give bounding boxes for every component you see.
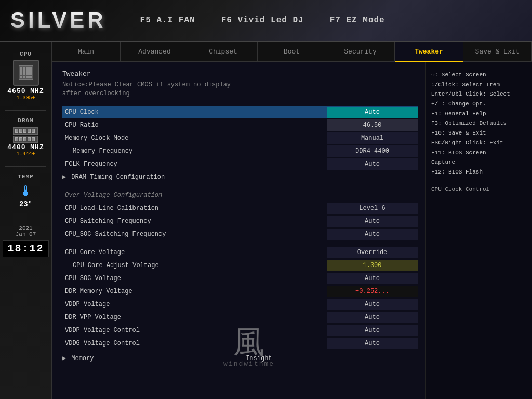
setting-value-ddr-volt: +0.252...: [327, 286, 418, 297]
memory-label: Memory: [69, 355, 243, 362]
setting-name-cpu-core-adj-volt: CPU Core Adjust Voltage: [62, 262, 327, 269]
setting-cpu-clock[interactable]: CPU Clock Auto: [62, 106, 418, 118]
cpu-icon: [13, 60, 39, 86]
page-title: Tweaker: [62, 70, 418, 78]
tab-tweaker[interactable]: Tweaker: [395, 42, 463, 62]
setting-soc-volt[interactable]: CPU_SOC Voltage Auto: [62, 272, 418, 285]
setting-value-vddp-volt: Auto: [327, 299, 418, 310]
help-line-10: F12: BIOS Flash: [431, 167, 527, 177]
section-header-over-voltage: Over Voltage Configuration: [62, 192, 418, 199]
tab-security[interactable]: Security: [326, 42, 395, 62]
setting-value-fclk: Auto: [327, 158, 418, 170]
setting-ddr-vpp[interactable]: DDR VPP Voltage Auto: [62, 311, 418, 324]
tab-advanced[interactable]: Advanced: [121, 42, 189, 62]
watermark: 風 windwithme: [223, 329, 274, 368]
notice-text: Notice:Please Clear CMOS if system no di…: [62, 81, 418, 98]
setting-value-ddr-vpp: Auto: [327, 312, 418, 323]
f6-key[interactable]: F6 Vivid Led DJ: [221, 16, 304, 25]
cpu-freq: 4650 MHZ: [7, 87, 44, 95]
cpu-label: CPU: [20, 51, 32, 57]
setting-name-cpu-ratio: CPU Ratio: [62, 122, 327, 129]
setting-name-soc-switch-freq: CPU_SOC Switching Frequency: [62, 231, 327, 238]
divider-1: [5, 110, 46, 111]
setting-value-vddg-ctrl: Auto: [327, 338, 418, 349]
logo: SILVER: [10, 8, 107, 33]
settings-table: CPU Clock Auto CPU Ratio 46.50 Memory Cl…: [62, 106, 418, 350]
watermark-text: windwithme: [223, 360, 274, 368]
setting-cpu-switch-freq[interactable]: CPU Switching Frequency Auto: [62, 215, 418, 228]
setting-mem-freq[interactable]: Memory Frequency DDR4 4400: [62, 145, 418, 157]
setting-value-cpu-core-adj-volt: 1.300: [327, 260, 418, 271]
date-display: 2021 Jan 07: [16, 225, 36, 237]
temp-value: 23°: [19, 200, 32, 208]
help-line-3: +/-: Change Opt.: [431, 99, 527, 109]
setting-name-ddr-vpp: DDR VPP Voltage: [62, 314, 327, 321]
content-area: Tweaker Notice:Please Clear CMOS if syst…: [52, 62, 532, 399]
setting-name-mem-clock-mode: Memory Clock Mode: [62, 135, 327, 142]
help-line-0: ↔: Select Screen: [431, 70, 527, 80]
dram-label: DRAM: [18, 117, 33, 124]
setting-cpu-ratio[interactable]: CPU Ratio 46.50: [62, 119, 418, 131]
setting-value-cpu-switch-freq: Auto: [327, 216, 418, 227]
setting-name-cpu-llc: CPU Load-Line Calibration: [62, 205, 327, 212]
setting-mem-clock-mode[interactable]: Memory Clock Mode Manual: [62, 132, 418, 144]
setting-name-soc-volt: CPU_SOC Voltage: [62, 275, 327, 282]
f7-key[interactable]: F7 EZ Mode: [330, 16, 385, 25]
tab-chipset[interactable]: Chipset: [189, 42, 258, 62]
help-line-8: F11: BIOS Screen: [431, 148, 527, 158]
cpu-volt: 1.305+: [16, 95, 35, 101]
setting-name-ddr-volt: DDR Memory Voltage: [62, 288, 327, 295]
setting-value-vddp-ctrl: Auto: [327, 325, 418, 336]
setting-name-mem-freq: Memory Frequency: [62, 148, 327, 155]
setting-name-vddp-volt: VDDP Voltage: [62, 301, 327, 308]
setting-name-vddp-ctrl: VDDP Voltage Control: [62, 327, 327, 334]
tab-save-exit[interactable]: Save & Exit: [463, 42, 532, 62]
divider-2: [5, 166, 46, 167]
setting-fclk[interactable]: FCLK Frequency Auto: [62, 158, 418, 170]
header: SILVER F5 A.I FAN F6 Vivid Led DJ F7 EZ …: [0, 0, 532, 42]
right-panel: ↔: Select Screen ↕/Click: Select Item En…: [425, 62, 532, 399]
time-display: 18:12: [3, 240, 48, 257]
spacer-2: [62, 241, 418, 246]
setting-dram-timing[interactable]: ▶ DRAM Timing Configuration: [62, 171, 418, 183]
datetime-section: 2021 Jan 07 18:12: [0, 221, 51, 261]
section-over-voltage: Over Voltage Configuration: [62, 189, 418, 202]
dram-freq: 4400 MHZ: [7, 143, 44, 151]
sidebar: CPU 4650 MHZ 1.305+ DRAM 4400 MHZ 1.444+: [0, 42, 52, 399]
tab-boot[interactable]: Boot: [258, 42, 326, 62]
nav-tabs: Main Advanced Chipset Boot Security Twea…: [52, 42, 532, 62]
setting-value-mem-freq: DDR4 4400: [327, 145, 418, 157]
setting-value-cpu-llc: Level 6: [327, 203, 418, 214]
setting-name-dram-timing: DRAM Timing Configuration: [69, 174, 418, 181]
tab-main[interactable]: Main: [52, 42, 121, 62]
setting-name-fclk: FCLK Frequency: [62, 161, 327, 168]
f5-key[interactable]: F5 A.I FAN: [140, 16, 195, 25]
temp-section: TEMP 🌡 23°: [0, 169, 51, 212]
setting-value-cpu-core-volt: Override: [327, 247, 418, 258]
left-panel: Tweaker Notice:Please Clear CMOS if syst…: [52, 62, 425, 399]
setting-cpu-llc[interactable]: CPU Load-Line Calibration Level 6: [62, 202, 418, 215]
setting-cpu-core-adj-volt[interactable]: CPU Core Adjust Voltage 1.300: [62, 259, 418, 272]
divider-3: [5, 218, 46, 218]
setting-value-cpu-ratio: 46.50: [327, 119, 418, 131]
setting-vddp-volt[interactable]: VDDP Voltage Auto: [62, 298, 418, 311]
setting-name-vddg-ctrl: VDDG Voltage Control: [62, 340, 327, 347]
dram-section: DRAM 4400 MHZ 1.444+: [0, 113, 51, 161]
setting-value-soc-volt: Auto: [327, 273, 418, 284]
setting-soc-switch-freq[interactable]: CPU_SOC Switching Frequency Auto: [62, 228, 418, 241]
help-line-9: Capture: [431, 157, 527, 167]
dram-timing-arrow: ▶: [62, 173, 66, 181]
setting-name-cpu-core-volt: CPU Core Voltage: [62, 249, 327, 256]
memory-insight-arrow: ▶: [62, 354, 66, 362]
watermark-char: 風: [223, 329, 274, 360]
dram-icon: [13, 126, 39, 142]
temp-label: TEMP: [18, 174, 33, 180]
setting-ddr-volt[interactable]: DDR Memory Voltage +0.252...: [62, 285, 418, 298]
setting-name-cpu-switch-freq: CPU Switching Frequency: [62, 218, 327, 225]
setting-value-mem-clock-mode: Manual: [327, 132, 418, 144]
help-line-5: F3: Optimized Defaults: [431, 118, 527, 128]
setting-value-soc-switch-freq: Auto: [327, 229, 418, 240]
main-content: Main Advanced Chipset Boot Security Twea…: [52, 42, 532, 399]
item-description: CPU Clock Control: [431, 185, 527, 194]
setting-cpu-core-volt[interactable]: CPU Core Voltage Override: [62, 246, 418, 259]
